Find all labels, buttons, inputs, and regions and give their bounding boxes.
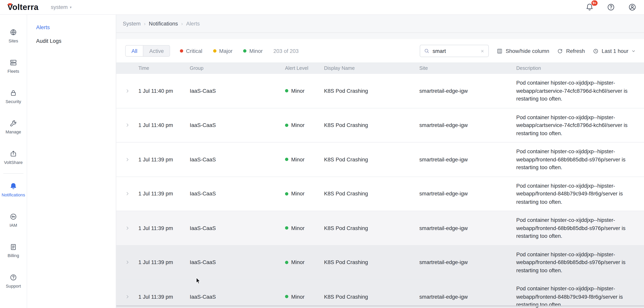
cell-site: smartretail-edge-igw	[420, 294, 516, 300]
cell-alert-level: Minor	[285, 225, 324, 231]
cell-alert-level: Minor	[285, 294, 324, 300]
breadcrumb: System›Notifications›Alerts	[116, 15, 644, 33]
sidebar-item-label: Sites	[8, 38, 18, 43]
chevron-right-icon[interactable]	[125, 89, 130, 93]
legend-critical: Critical	[180, 48, 202, 54]
cell-site: smartretail-edge-igw	[420, 88, 516, 94]
sidebar-item-notifications[interactable]: Notifications	[0, 174, 27, 205]
cell-display-name: K8S Pod Crashing	[324, 122, 420, 128]
table-body: 1 Jul 11:40 pm IaaS-CaaS Minor K8S Pod C…	[116, 74, 644, 308]
notifications-subnav: AlertsAudit Logs	[27, 15, 116, 308]
table-row[interactable]: 1 Jul 11:39 pm IaaS-CaaS Minor K8S Pod C…	[116, 142, 644, 177]
table-row[interactable]: 1 Jul 11:39 pm IaaS-CaaS Minor K8S Pod C…	[116, 246, 644, 280]
table-row[interactable]: 1 Jul 11:39 pm IaaS-CaaS Minor K8S Pod C…	[116, 211, 644, 246]
chevron-right-icon[interactable]	[125, 260, 130, 265]
severity-dot	[285, 192, 288, 196]
tab-all[interactable]: All	[126, 46, 144, 56]
legend-dot	[180, 49, 183, 52]
sidebar-item-billing[interactable]: Billing	[0, 235, 27, 266]
sidebar-item-sites[interactable]: Sites	[0, 20, 27, 51]
cell-alert-level: Minor	[285, 156, 324, 162]
cell-group: IaaS-CaaS	[190, 156, 285, 162]
time-range-select[interactable]: Last 1 hour	[593, 48, 636, 54]
subnav-item-audit-logs[interactable]: Audit Logs	[27, 34, 116, 48]
refresh-icon	[557, 48, 563, 54]
cell-display-name: K8S Pod Crashing	[324, 191, 420, 197]
cell-site: smartretail-edge-igw	[420, 191, 516, 197]
cell-display-name: K8S Pod Crashing	[324, 156, 420, 162]
sidebar-item-label: Manage	[6, 129, 21, 134]
sidebar-item-iam[interactable]: IAM	[0, 205, 27, 235]
search-icon	[424, 48, 430, 54]
alert-level-label: Minor	[291, 88, 305, 94]
search-box[interactable]	[420, 45, 489, 57]
sidebar-item-label: Support	[6, 283, 21, 288]
chevron-down-icon: ▾	[70, 5, 72, 9]
subnav-item-alerts[interactable]: Alerts	[27, 20, 116, 34]
sidebar-item-security[interactable]: Security	[0, 81, 27, 112]
chevron-right-icon[interactable]	[125, 157, 130, 162]
cell-time: 1 Jul 11:40 pm	[138, 122, 190, 128]
chevron-right-icon[interactable]	[125, 123, 130, 127]
cell-description: Pod container hipster-co-xijddjxp--hipst…	[516, 177, 644, 210]
alert-level-label: Minor	[291, 225, 305, 231]
sidebar-item-support[interactable]: Support	[0, 266, 27, 296]
table-row[interactable]: 1 Jul 11:39 pm IaaS-CaaS Minor K8S Pod C…	[116, 177, 644, 211]
tab-active[interactable]: Active	[144, 46, 170, 56]
chevron-right-icon[interactable]	[125, 294, 130, 299]
app-window: Volterra system ▾ 9+ Sites Fleets Securi…	[0, 0, 644, 308]
legend-label: Critical	[186, 48, 202, 54]
legend-major: Major	[213, 48, 232, 54]
cell-alert-level: Minor	[285, 191, 324, 197]
expand-cell	[116, 294, 138, 299]
cell-description: Pod container hipster-co-xijddjxp--hipst…	[516, 211, 644, 245]
alerts-filter-tabs: AllActive	[125, 45, 170, 56]
legend-label: Major	[219, 48, 232, 54]
sidebar-item-manage[interactable]: Manage	[0, 112, 27, 142]
column-header-group[interactable]: Group	[190, 65, 285, 71]
refresh-button[interactable]: Refresh	[557, 48, 585, 54]
breadcrumb-item[interactable]: System	[123, 20, 141, 27]
cell-description: Pod container hipster-co-xijddjxp--hipst…	[516, 280, 644, 308]
column-header-description[interactable]: Description	[516, 65, 644, 71]
sidebar-item-voltshare[interactable]: VoltShare	[0, 142, 27, 172]
alert-level-label: Minor	[291, 191, 305, 197]
cell-site: smartretail-edge-igw	[420, 122, 516, 128]
tenant-selector[interactable]: system ▾	[51, 4, 72, 10]
show-hide-column-button[interactable]: Show/hide column	[496, 48, 549, 54]
column-header-alert-level[interactable]: Alert Level	[285, 65, 324, 71]
column-header-site[interactable]: Site	[420, 65, 516, 71]
severity-dot	[285, 158, 288, 161]
cell-display-name: K8S Pod Crashing	[324, 259, 420, 266]
voltshare-icon	[10, 150, 17, 158]
expand-cell	[116, 192, 138, 196]
cell-time: 1 Jul 11:39 pm	[138, 225, 190, 231]
chevron-down-icon	[631, 48, 636, 53]
severity-dot	[285, 124, 288, 127]
cell-group: IaaS-CaaS	[190, 259, 285, 266]
sidebar-item-fleets[interactable]: Fleets	[0, 51, 27, 81]
cell-time: 1 Jul 11:39 pm	[138, 259, 190, 266]
chevron-right-icon[interactable]	[125, 226, 130, 230]
cell-time: 1 Jul 11:39 pm	[138, 156, 190, 162]
column-header-display-name[interactable]: Display Name	[324, 65, 420, 71]
table-row[interactable]: 1 Jul 11:40 pm IaaS-CaaS Minor K8S Pod C…	[116, 108, 644, 142]
table-row[interactable]: 1 Jul 11:39 pm IaaS-CaaS Minor K8S Pod C…	[116, 280, 644, 308]
help-button[interactable]	[607, 3, 615, 12]
clear-search-icon[interactable]	[480, 48, 485, 53]
legend-minor: Minor	[243, 48, 263, 54]
chevron-right-icon[interactable]	[125, 192, 130, 196]
legend-dot	[243, 49, 246, 52]
breadcrumb-item[interactable]: Notifications	[149, 20, 178, 27]
column-header-time[interactable]: Time	[138, 65, 190, 71]
notifications-bell-button[interactable]: 9+	[585, 3, 594, 12]
user-menu-button[interactable]	[628, 3, 636, 12]
alerts-toolbar: AllActive Critical Major Minor 203 of 20…	[116, 39, 644, 62]
table-row[interactable]: 1 Jul 11:40 pm IaaS-CaaS Minor K8S Pod C…	[116, 74, 644, 108]
alert-level-label: Minor	[291, 122, 305, 128]
cell-description: Pod container hipster-co-xijddjxp--hipst…	[516, 142, 644, 176]
cell-time: 1 Jul 11:39 pm	[138, 191, 190, 197]
search-input[interactable]	[433, 48, 477, 54]
volterra-logo[interactable]: Volterra	[8, 2, 38, 12]
expand-cell	[116, 123, 138, 127]
